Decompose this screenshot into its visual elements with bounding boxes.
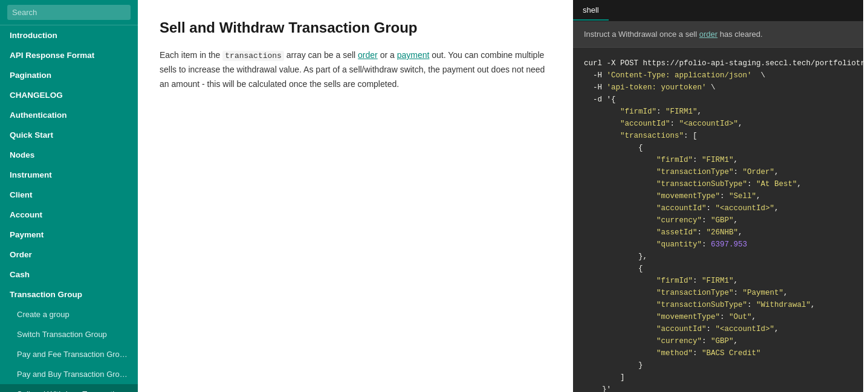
main-content-area: Sell and Withdraw Transaction Group Each… (138, 0, 868, 392)
code-tab-bar: shell (573, 0, 863, 21)
desc-part1: Each item in the (160, 50, 222, 60)
sidebar-item-cash[interactable]: Cash (0, 265, 138, 284)
payment-link[interactable]: payment (397, 50, 430, 60)
sidebar-item-client[interactable]: Client (0, 185, 138, 205)
sidebar-item-quick-start[interactable]: Quick Start (0, 125, 138, 145)
order-link[interactable]: order (358, 50, 378, 60)
sidebar-item-pagination[interactable]: Pagination (0, 65, 138, 85)
sidebar-item-order[interactable]: Order (0, 245, 138, 265)
sidebar: IntroductionAPI Response FormatPaginatio… (0, 0, 138, 392)
code-description: Instruct a Withdrawal once a sell order … (573, 21, 863, 48)
sidebar-item-changelog[interactable]: CHANGELOG (0, 85, 138, 105)
sidebar-item-sell-and-withdraw-transaction[interactable]: Sell and Withdraw Transaction ... (0, 384, 138, 392)
code-desc-text: Instruct a Withdrawal once a sell (584, 30, 699, 39)
tab-shell[interactable]: shell (573, 1, 609, 21)
sidebar-item-transaction-group[interactable]: Transaction Group (0, 284, 138, 304)
content-paragraph: Each item in the transactions array can … (160, 48, 551, 92)
sidebar-item-nodes[interactable]: Nodes (0, 145, 138, 165)
search-bar[interactable] (0, 0, 138, 25)
content-area: Sell and Withdraw Transaction Group Each… (138, 0, 573, 392)
desc-part3: or a (378, 50, 397, 60)
sidebar-item-create-a-group[interactable]: Create a group (0, 304, 138, 324)
page-title: Sell and Withdraw Transaction Group (160, 19, 551, 36)
sidebar-item-instrument[interactable]: Instrument (0, 165, 138, 185)
desc-part2: array can be a sell (284, 50, 358, 60)
code-block: curl -X POST https://pfolio-api-staging.… (573, 48, 863, 392)
sidebar-item-switch-transaction-group[interactable]: Switch Transaction Group (0, 324, 138, 344)
code-panel: shell Instruct a Withdrawal once a sell … (573, 0, 863, 392)
code-desc-end: has cleared. (717, 30, 762, 39)
sidebar-item-pay-and-fee-transaction-group[interactable]: Pay and Fee Transaction Group (0, 344, 138, 364)
sidebar-item-introduction[interactable]: Introduction (0, 25, 138, 45)
search-input[interactable] (7, 5, 131, 20)
sidebar-item-authentication[interactable]: Authentication (0, 105, 138, 125)
sidebar-item-api-response-format[interactable]: API Response Format (0, 45, 138, 65)
sidebar-nav: IntroductionAPI Response FormatPaginatio… (0, 25, 138, 392)
sidebar-item-pay-and-buy-transaction-group[interactable]: Pay and Buy Transaction Group (0, 364, 138, 384)
sidebar-item-account[interactable]: Account (0, 205, 138, 225)
sidebar-item-payment[interactable]: Payment (0, 225, 138, 245)
code-word: transactions (222, 51, 284, 61)
code-order-link[interactable]: order (699, 30, 717, 39)
